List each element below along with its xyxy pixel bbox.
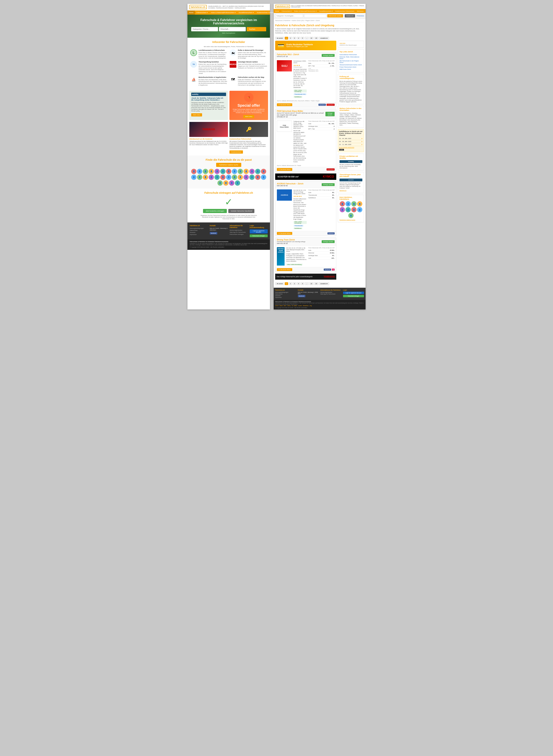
page-1-btn[interactable]: 1 [285,37,288,40]
info-card-map: 🗺 Fahrschulen suchen mit der Map Finde d… [230,76,267,86]
register-footer-btn[interactable]: Fahrschule eintragen [250,234,268,237]
school-driving-desc: Junges, aufgestelltes Team; Kollegialer … [286,253,307,262]
r-login-btn[interactable]: Login für registrierte Benutzer [343,292,364,294]
page-3-btn-bottom[interactable]: 3 [293,282,296,285]
page-4-btn-bottom[interactable]: 4 [297,282,300,285]
nohe-arrow-2[interactable]: ► [362,141,363,142]
prev-btn[interactable]: ◄ zurück [275,37,284,40]
footer-link[interactable]: Werbemöglichkeiten [230,229,248,231]
r-footer-link[interactable]: Stats App für Fahrschulen [320,293,341,295]
next-btn[interactable]: vorwärts ► [319,37,329,40]
footer-link[interactable]: Fahrschulen eintragen [230,233,248,235]
prev-btn-bottom[interactable]: ◄ zurück [275,282,284,285]
r-nav-fuhrerschein[interactable]: Führerschein ▾ [280,9,293,13]
nav-motorrad[interactable]: Autos & Motorrad/Führerschein ▾ [209,10,237,15]
gallery-search-btn[interactable]: Fahrlehrer-Galerie Suche [216,163,241,167]
page-1-btn-bottom[interactable]: 1 [285,282,288,285]
price-row-bpt: BPT / Taxi -1 / 55.- [308,65,335,67]
two-col-layout: 💳 Gratis Neulenker Tankkarte Spare bis 3… [275,41,364,286]
nav-fuhrerschein[interactable]: Führerschein ▾ [195,10,209,15]
stockbrief-agoras-btn[interactable]: ▼ Steckbrief öffnen [277,232,292,235]
footer-link[interactable]: Datenschutz [190,230,208,231]
page-3-btn[interactable]: 3 [293,37,296,40]
school-fkm-prices: Preis Fahrschule CHF | Preis im Abo ab C… [308,121,335,163]
page-5-btn-bottom[interactable]: 5 [301,282,304,285]
r-footer-link[interactable]: Hinweise [275,295,296,296]
r-register-footer-btn[interactable]: Fahrschule eintragen [343,295,364,297]
r-footer-link[interactable]: Datenschutz [275,293,296,295]
anfrage-fkm-btn[interactable]: Anfrage senden [325,112,335,116]
facebook-icon[interactable]: facebook [318,104,326,106]
r-search-input[interactable] [275,14,303,18]
r-footer-link[interactable]: Nutzungsbedingungen [275,292,296,293]
page-23-btn[interactable]: 23 [314,37,318,40]
r-footer-col1: Fahrlehrer.ch Nutzungsbedingungen Datens… [275,289,296,298]
sidebar-link[interactable]: Automobilclub Führerschein [339,54,362,56]
sidebar-link[interactable]: Preise Führerschein Zürich [339,66,362,68]
sidebar-link[interactable]: Strassenverkehrsamt Kanton Zürich [339,64,362,66]
promo-left-btn[interactable]: Mehr Infos [191,113,202,117]
page-4-btn[interactable]: 4 [297,37,300,40]
nohe-arrow-3[interactable]: ► [362,144,363,145]
right-sidebar: ★★★★ ★★★★ Infos Bewertungen Top Links Zü… [338,41,364,286]
r-nav-kosten[interactable]: Kostenrechner Führerschein [334,9,356,13]
gallery-search-link[interactable]: Fahrlehrer Galerie Suche [339,219,362,221]
page-23-btn-bottom[interactable]: 23 [314,282,318,285]
page-5-btn[interactable]: 5 [301,37,304,40]
stockbrief-suli-btn[interactable]: ▼ Steckbrief öffnen [277,103,292,106]
theorie-link[interactable]: fahrlehre.ch [339,190,346,191]
r-nav-home[interactable]: Home [274,9,280,13]
details-btn[interactable]: Vorteile Fahrschul-Steckbrief [228,209,254,213]
anfrage-driving-btn[interactable]: Anfrage senden [322,240,335,243]
r-nav-motorrad[interactable]: Rollen & Motorrad/Führerschein ▾ [293,9,318,13]
school-suli-phone: 078 971 87 18 [277,56,299,57]
footer-link[interactable]: Hinweise [190,232,208,233]
school-agoras-name-block: AGORAS Fahrschule – Zürich 044 260 50 50 [277,183,304,186]
footer-link[interactable]: Nutzungsbedingungen [190,227,208,229]
footer-link[interactable]: Stats App für Fahrschulen [230,231,248,233]
nav-sozial[interactable]: Sozialführerschein ▾ [237,10,255,15]
r-footer-facebook[interactable]: facebook [298,295,305,297]
info-card-desc-motorrad: Erfahre mehr über das Motorradprodukts, … [238,52,267,59]
more-options-link[interactable]: Mehr Suchoptionen [222,32,235,34]
sidebar-link[interactable]: Alle Fahrschulen in der Region Zürich [339,60,362,63]
r-location-input[interactable]: Zürich [304,14,326,18]
watchlist-link[interactable]: ♥ Merkliste [357,15,364,17]
stockbrief-driving-btn[interactable]: ▼ Steckbrief öffnen [277,268,292,271]
info-center-title: Infocenter für Fahrschüler [190,41,267,44]
alle-kurse-link[interactable]: ALLE KURSE ANZEIGEN [339,147,363,148]
footer-facebook[interactable]: facebook [210,232,217,234]
anfrage-suli-btn[interactable]: Anfrage senden [322,54,335,57]
sidebar-link[interactable]: Motorrad, Roller, Motorradkurse Zürich [339,56,362,60]
login-btn[interactable]: Login für registrierte Benutzer [250,229,268,233]
page-22-btn[interactable]: 22 [309,37,314,40]
next-btn-bottom[interactable]: vorwärts ► [319,282,329,285]
promo-right-btn[interactable]: Mehr Infos [243,115,254,118]
info-icon-map: 🗺 [230,76,236,83]
location-input[interactable] [219,27,246,31]
r-search-btn[interactable]: Fahrschule suchen [327,14,343,17]
nav-home[interactable]: Home [187,10,195,15]
r-footer-link[interactable]: Impressum [275,297,296,298]
page-2-btn-bottom[interactable]: 2 [289,282,292,285]
anfrage-agoras-btn[interactable]: Anfrage senden [322,183,335,186]
search-input[interactable] [191,27,218,31]
footer-link[interactable]: Impressum [190,234,208,235]
r-footer-col2-text: Web-Art GmbH, Jänerweg 3, 3008 Bern [298,292,319,294]
r-footer-link[interactable]: Werbemöglichkeiten [320,292,341,293]
facebook-icon-driving[interactable]: facebook [324,269,331,271]
facebook-icon-agoras[interactable]: facebook [327,232,335,234]
page-22-btn-bottom[interactable]: 22 [309,282,314,285]
r-nav-sozial[interactable]: Sozialführerschein ▾ [318,9,334,13]
stockbrief-fkm-btn[interactable]: ▼ Steckbrief öffnen [277,168,292,171]
nohe-arrow-1[interactable]: ► [362,138,363,139]
r-nav-marktplatz[interactable]: Marktplatz [356,9,365,13]
school-fkm-name-block: FKM Fahrschule Klaus Müller QUALITÄT MUS… [277,110,325,118]
free-register-btn[interactable]: Jetzt kostenlos eintragen [203,209,227,213]
instagram-icon-driving[interactable]: ig [332,269,335,271]
kosten-btn[interactable]: Kostenrechner [229,150,243,154]
search-button[interactable]: Suchen [247,27,266,31]
page-2-btn[interactable]: 2 [289,37,292,40]
r-detail-btn[interactable]: Detailsuche [345,14,355,17]
sidebar-link[interactable]: WAB Kurse Zürich [339,68,362,70]
